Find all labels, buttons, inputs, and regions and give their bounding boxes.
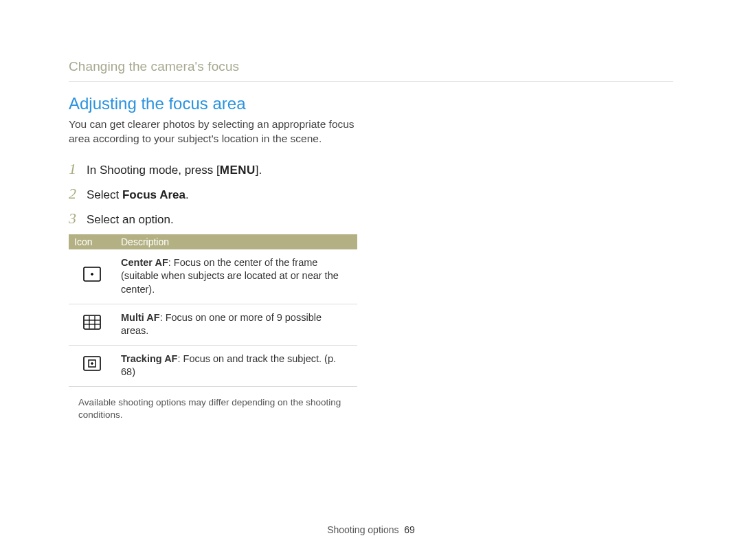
- footer-label: Shooting options: [327, 524, 398, 535]
- table-row: Tracking AF: Focus on and track the subj…: [69, 345, 357, 386]
- step-1: 1 In Shooting mode, press [MENU].: [69, 160, 742, 178]
- column-header-description: Description: [115, 234, 357, 249]
- step-1-pre: In Shooting mode, press [: [87, 164, 220, 177]
- step-text: Select an option.: [87, 213, 174, 227]
- table-row: Center AF: Focus on the center of the fr…: [69, 249, 357, 304]
- step-text: In Shooting mode, press [MENU].: [87, 164, 262, 177]
- column-header-icon: Icon: [69, 234, 115, 249]
- cell-description: Multi AF: Focus on one or more of 9 poss…: [115, 304, 357, 345]
- step-2-pre: Select: [87, 188, 122, 201]
- step-2-strong: Focus Area: [122, 188, 186, 201]
- step-number: 1: [69, 160, 87, 178]
- multi-af-icon: [83, 315, 101, 330]
- cell-description: Tracking AF: Focus on and track the subj…: [115, 345, 357, 386]
- svg-rect-3: [84, 315, 100, 329]
- page-footer: Shooting options 69: [0, 524, 742, 535]
- step-text: Select Focus Area.: [87, 188, 189, 202]
- table-row: Multi AF: Focus on one or more of 9 poss…: [69, 304, 357, 345]
- step-2: 2 Select Focus Area.: [69, 185, 742, 203]
- step-number: 3: [69, 210, 87, 227]
- cell-icon: [69, 304, 115, 345]
- step-1-post: ].: [256, 164, 262, 177]
- step-number: 2: [69, 185, 87, 203]
- breadcrumb: Changing the camera's focus: [69, 59, 742, 74]
- table-header-row: Icon Description: [69, 234, 357, 249]
- section-title: Adjusting the focus area: [69, 94, 742, 113]
- divider: [69, 81, 673, 82]
- menu-button-label: MENU: [220, 164, 256, 177]
- cell-icon: [69, 345, 115, 386]
- step-3: 3 Select an option.: [69, 210, 742, 227]
- option-name: Multi AF: [121, 312, 160, 323]
- manual-page: Changing the camera's focus Adjusting th…: [0, 0, 742, 560]
- steps-list: 1 In Shooting mode, press [MENU]. 2 Sele…: [69, 160, 742, 227]
- option-name: Tracking AF: [121, 353, 177, 364]
- step-2-post: .: [186, 188, 189, 201]
- option-name: Center AF: [121, 257, 168, 268]
- options-table: Icon Description Center AF: Focus on t: [69, 234, 357, 387]
- cell-description: Center AF: Focus on the center of the fr…: [115, 249, 357, 304]
- page-number: 69: [404, 524, 415, 535]
- note-text: Available shooting options may differ de…: [78, 396, 353, 421]
- intro-text: You can get clearer photos by selecting …: [69, 117, 364, 146]
- cell-icon: [69, 249, 115, 304]
- step-3-pre: Select an option.: [87, 213, 174, 226]
- tracking-af-icon: [83, 356, 101, 371]
- center-af-icon: [83, 267, 101, 282]
